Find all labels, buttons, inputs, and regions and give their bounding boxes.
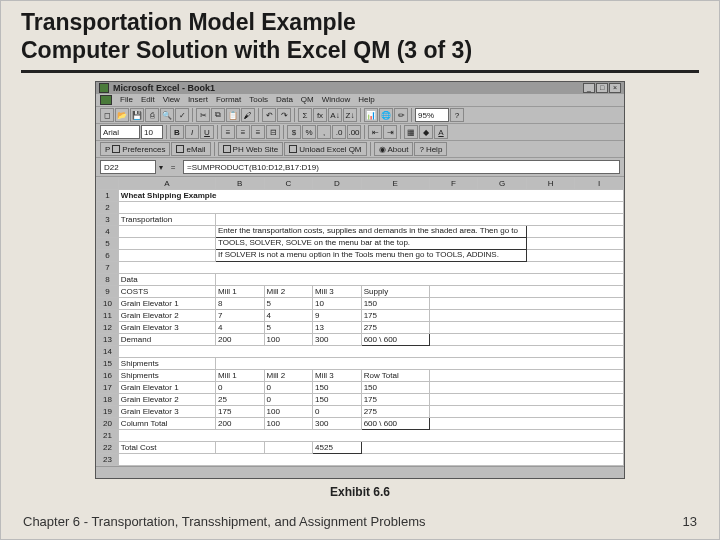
cell[interactable]: Mill 1: [215, 370, 264, 382]
cell[interactable]: Grain Elevator 1: [118, 298, 215, 310]
row-header[interactable]: 14: [97, 346, 119, 358]
row-header[interactable]: 8: [97, 274, 119, 286]
menu-tools[interactable]: Tools: [249, 95, 268, 105]
print-icon[interactable]: ⎙: [145, 108, 159, 122]
row-header[interactable]: 19: [97, 406, 119, 418]
col-header[interactable]: E: [361, 178, 429, 190]
cell[interactable]: [361, 442, 623, 454]
cell[interactable]: Shipments: [118, 370, 215, 382]
bold-icon[interactable]: B: [170, 125, 184, 139]
cell[interactable]: 5: [264, 298, 313, 310]
cell[interactable]: [215, 274, 623, 286]
align-right-icon[interactable]: ≡: [251, 125, 265, 139]
cell[interactable]: 175: [215, 406, 264, 418]
open-icon[interactable]: 📂: [115, 108, 129, 122]
cell[interactable]: [429, 382, 623, 394]
cell[interactable]: [429, 418, 623, 430]
cell[interactable]: COSTS: [118, 286, 215, 298]
col-header[interactable]: B: [215, 178, 264, 190]
select-all-cell[interactable]: [97, 178, 119, 190]
row-header[interactable]: 7: [97, 262, 119, 274]
col-header[interactable]: I: [575, 178, 624, 190]
cell[interactable]: 150: [313, 394, 362, 406]
drawing-icon[interactable]: ✏: [394, 108, 408, 122]
cell[interactable]: 4: [215, 322, 264, 334]
preview-icon[interactable]: 🔍: [160, 108, 174, 122]
inc-decimal-icon[interactable]: .0: [332, 125, 346, 139]
cell[interactable]: 600 \ 600: [361, 334, 429, 346]
cell[interactable]: Mill 2: [264, 370, 313, 382]
cell[interactable]: 0: [313, 406, 362, 418]
cell[interactable]: Grain Elevator 1: [118, 382, 215, 394]
cell[interactable]: 175: [361, 310, 429, 322]
menu-window[interactable]: Window: [322, 95, 350, 105]
cell[interactable]: 600 \ 600: [361, 418, 429, 430]
cell[interactable]: Grain Elevator 3: [118, 322, 215, 334]
paste-icon[interactable]: 📋: [226, 108, 240, 122]
menu-view[interactable]: View: [163, 95, 180, 105]
chart-icon[interactable]: 📊: [364, 108, 378, 122]
qm-about-button[interactable]: ◉About: [374, 142, 414, 156]
cell[interactable]: 300: [313, 418, 362, 430]
cell[interactable]: Grain Elevator 2: [118, 394, 215, 406]
cell[interactable]: 25: [215, 394, 264, 406]
cell[interactable]: Wheat Shipping Example: [118, 190, 623, 202]
minimize-button[interactable]: _: [583, 83, 595, 93]
row-header[interactable]: 20: [97, 418, 119, 430]
cell[interactable]: 300: [313, 334, 362, 346]
cell[interactable]: 13: [313, 322, 362, 334]
row-header[interactable]: 15: [97, 358, 119, 370]
cell[interactable]: 7: [215, 310, 264, 322]
font-size-select[interactable]: 10: [141, 125, 163, 139]
row-header[interactable]: 23: [97, 454, 119, 466]
cell[interactable]: TOOLS, SOLVER, SOLVE on the menu bar at …: [215, 238, 526, 250]
percent-icon[interactable]: %: [302, 125, 316, 139]
cell[interactable]: [118, 430, 623, 442]
row-header[interactable]: 2: [97, 202, 119, 214]
row-header[interactable]: 13: [97, 334, 119, 346]
cell[interactable]: [429, 310, 623, 322]
merge-icon[interactable]: ⊟: [266, 125, 280, 139]
cell[interactable]: Data: [118, 274, 215, 286]
row-header[interactable]: 18: [97, 394, 119, 406]
cell[interactable]: [118, 346, 623, 358]
row-header[interactable]: 11: [97, 310, 119, 322]
cell[interactable]: 200: [215, 418, 264, 430]
cell[interactable]: 150: [313, 382, 362, 394]
menu-qm[interactable]: QM: [301, 95, 314, 105]
qm-phweb-button[interactable]: PH Web Site: [218, 142, 284, 156]
row-header[interactable]: 4: [97, 226, 119, 238]
col-header[interactable]: H: [526, 178, 575, 190]
menu-edit[interactable]: Edit: [141, 95, 155, 105]
cell[interactable]: If SOLVER is not a menu option in the To…: [215, 250, 526, 262]
cell[interactable]: 275: [361, 406, 429, 418]
col-header[interactable]: D: [313, 178, 362, 190]
cell[interactable]: 200: [215, 334, 264, 346]
comma-icon[interactable]: ,: [317, 125, 331, 139]
map-icon[interactable]: 🌐: [379, 108, 393, 122]
row-header[interactable]: 10: [97, 298, 119, 310]
format-painter-icon[interactable]: 🖌: [241, 108, 255, 122]
menu-file[interactable]: File: [120, 95, 133, 105]
cell[interactable]: Enter the transportation costs, supplies…: [215, 226, 526, 238]
cell[interactable]: Grain Elevator 3: [118, 406, 215, 418]
cell[interactable]: [429, 370, 623, 382]
menu-help[interactable]: Help: [358, 95, 374, 105]
cell[interactable]: 4: [264, 310, 313, 322]
col-header[interactable]: C: [264, 178, 313, 190]
undo-icon[interactable]: ↶: [262, 108, 276, 122]
cell[interactable]: 100: [264, 334, 313, 346]
dec-decimal-icon[interactable]: .00: [347, 125, 361, 139]
name-box[interactable]: D22: [100, 160, 156, 174]
cell[interactable]: Mill 3: [313, 286, 362, 298]
col-header[interactable]: A: [118, 178, 215, 190]
menu-data[interactable]: Data: [276, 95, 293, 105]
font-color-icon[interactable]: A: [434, 125, 448, 139]
formula-input[interactable]: =SUMPRODUCT(B10:D12,B17:D19): [183, 160, 620, 174]
cell[interactable]: [526, 250, 623, 262]
cell[interactable]: 0: [215, 382, 264, 394]
indent-dec-icon[interactable]: ⇤: [368, 125, 382, 139]
cell[interactable]: 4525: [313, 442, 362, 454]
cell[interactable]: [429, 286, 623, 298]
cell[interactable]: [118, 238, 215, 250]
